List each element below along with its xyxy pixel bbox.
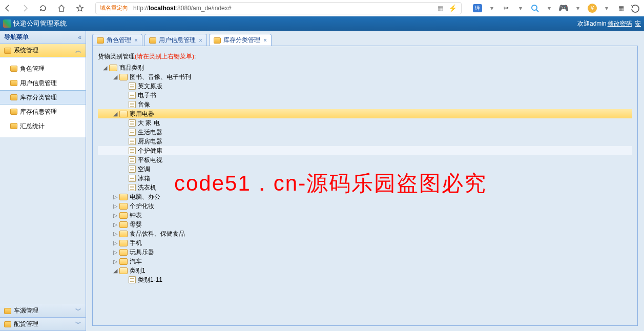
expand-icon[interactable]: ▷	[111, 240, 119, 246]
breadcrumb: 货物类别管理(请在类别上右键菜单):	[98, 52, 632, 61]
tree-leaf[interactable]: 电子书	[98, 91, 632, 100]
tree-leaf[interactable]: 大 家 电	[98, 118, 632, 128]
expand-icon[interactable]: ▷	[111, 221, 119, 228]
search-icon[interactable]	[530, 4, 539, 13]
tree-leaf[interactable]: 英文原版	[98, 81, 632, 91]
tree-node-phone[interactable]: ▷手机	[98, 238, 632, 247]
folder-icon	[119, 240, 128, 246]
sidebar-item-stock-info[interactable]: 库存信息管理	[0, 105, 86, 119]
sidebar-item-user[interactable]: 用户信息管理	[0, 76, 86, 90]
page-icon	[129, 175, 136, 182]
expand-icon[interactable]: ▷	[111, 203, 119, 210]
main-area: 角色管理× 用户信息管理× 库存分类管理× 货物类别管理(请在类别上右键菜单):…	[86, 31, 644, 331]
page-icon	[129, 166, 136, 173]
tab-strip: 角色管理× 用户信息管理× 库存分类管理×	[86, 31, 644, 46]
chevron-down-icon[interactable]: ▾	[487, 4, 496, 13]
favorite-button[interactable]	[76, 4, 84, 12]
tree-node-pc[interactable]: ▷电脑、办公	[98, 192, 632, 201]
tree-node-toy[interactable]: ▷玩具乐器	[98, 247, 632, 257]
folder-icon	[10, 123, 17, 129]
tree-node-food[interactable]: ▷食品饮料、保健食品	[98, 229, 632, 238]
qr-icon[interactable]: ▦	[438, 5, 443, 12]
game-icon[interactable]: 🎮	[559, 4, 568, 13]
close-icon[interactable]: ×	[263, 37, 267, 44]
tree-node-root[interactable]: ◢商品类别	[98, 63, 632, 72]
folder-icon	[119, 221, 128, 228]
folder-icon	[119, 258, 128, 265]
change-password-link[interactable]: 修改密码	[608, 20, 632, 27]
tab-role[interactable]: 角色管理×	[92, 34, 142, 46]
expand-icon[interactable]: ◢	[111, 267, 119, 274]
folder-open-icon	[109, 65, 117, 71]
chevron-down-icon[interactable]: ▾	[516, 4, 525, 13]
app-header: 快递公司管理系统 欢迎admin修改密码 安	[0, 16, 644, 31]
folder-icon	[149, 37, 156, 44]
content-panel: 货物类别管理(请在类别上右键菜单): ◢商品类别 ◢图书、音像、电子书刊 英文原…	[92, 46, 638, 326]
apps-icon[interactable]: ▦	[616, 4, 626, 13]
tree-leaf[interactable]: 类别1-11	[98, 275, 632, 284]
scissors-icon[interactable]: ✂	[502, 4, 511, 13]
folder-icon	[4, 48, 11, 54]
page-icon	[129, 147, 136, 154]
page-icon	[129, 138, 136, 145]
tree-node-cat1[interactable]: ◢类别1	[98, 266, 632, 275]
sidebar-item-stats[interactable]: 汇总统计	[0, 119, 86, 133]
expand-icon[interactable]: ◢	[111, 111, 119, 117]
app-title: 快递公司管理系统	[13, 19, 67, 28]
tree-node-baby[interactable]: ▷母婴	[98, 220, 632, 229]
undo-icon[interactable]	[631, 4, 640, 13]
close-icon[interactable]: ×	[134, 37, 138, 44]
tree-leaf[interactable]: 冰箱	[98, 174, 632, 183]
accordion-vehicle-management[interactable]: 车源管理 ︾	[0, 304, 86, 318]
tree-node-watch[interactable]: ▷钟表	[98, 211, 632, 220]
page-icon	[129, 101, 136, 108]
chevron-down-icon[interactable]: ▾	[545, 4, 554, 13]
tree-leaf[interactable]: 音像	[98, 100, 632, 109]
tree-leaf[interactable]: 空调	[98, 164, 632, 174]
tree-node-car[interactable]: ▷汽车	[98, 257, 632, 266]
tree-leaf[interactable]: 洗衣机	[98, 183, 632, 192]
close-icon[interactable]: ×	[199, 37, 202, 44]
accordion-distribution-management[interactable]: 配货管理 ︾	[0, 318, 86, 331]
reload-button[interactable]	[39, 4, 47, 12]
tree-node-appliance[interactable]: ◢家用电器	[98, 109, 632, 118]
accordion-system-management[interactable]: 系统管理 ︽	[0, 44, 86, 57]
safe-exit-link[interactable]: 安	[635, 20, 641, 27]
chevron-down-icon[interactable]: ▾	[573, 4, 583, 13]
app-logo-icon	[3, 19, 11, 28]
folder-icon	[119, 249, 128, 256]
tree-node-care[interactable]: ▷个护化妆	[98, 201, 632, 211]
sidebar-item-stock-category[interactable]: 库存分类管理	[0, 90, 86, 105]
tree-leaf[interactable]: 平板电视	[98, 155, 632, 164]
expand-icon[interactable]: ▷	[111, 258, 119, 265]
folder-open-icon	[119, 74, 128, 80]
chevron-down-icon[interactable]: ▾	[602, 4, 611, 13]
translate-icon[interactable]: 译	[473, 4, 482, 12]
expand-icon[interactable]: ◢	[111, 74, 119, 80]
tree-leaf[interactable]: 生活电器	[98, 128, 632, 137]
svg-point-0	[532, 5, 537, 10]
collapse-icon[interactable]: «	[78, 34, 81, 41]
page-icon	[129, 82, 136, 90]
folder-icon	[214, 37, 221, 44]
home-button[interactable]	[57, 4, 66, 12]
address-bar[interactable]: 域名重定向 http://localhost:8080/am_de/index#…	[95, 2, 462, 14]
sidebar-item-role[interactable]: 角色管理	[0, 61, 86, 76]
expand-icon[interactable]: ▷	[111, 231, 119, 237]
forward-button[interactable]	[22, 5, 29, 12]
expand-icon[interactable]: ▷	[111, 212, 119, 219]
tab-user[interactable]: 用户信息管理×	[144, 34, 207, 46]
expand-icon[interactable]: ▷	[111, 194, 119, 200]
tab-stock-category[interactable]: 库存分类管理×	[209, 34, 272, 46]
bolt-icon[interactable]: ⚡	[448, 4, 457, 12]
coin-icon[interactable]: ¥	[588, 4, 597, 13]
folder-icon	[119, 231, 128, 237]
back-button[interactable]	[4, 5, 11, 12]
expand-icon[interactable]: ◢	[101, 65, 109, 71]
tree-leaf[interactable]: 厨房电器	[98, 137, 632, 146]
svg-line-1	[536, 10, 538, 12]
tree-node-books[interactable]: ◢图书、音像、电子书刊	[98, 72, 632, 81]
expand-icon[interactable]: ▷	[111, 249, 119, 256]
sidebar: 导航菜单 « 系统管理 ︽ 角色管理 用户信息管理 库存分类管理 库存信息管理 …	[0, 31, 86, 331]
tree-leaf[interactable]: 个护健康	[98, 146, 632, 155]
